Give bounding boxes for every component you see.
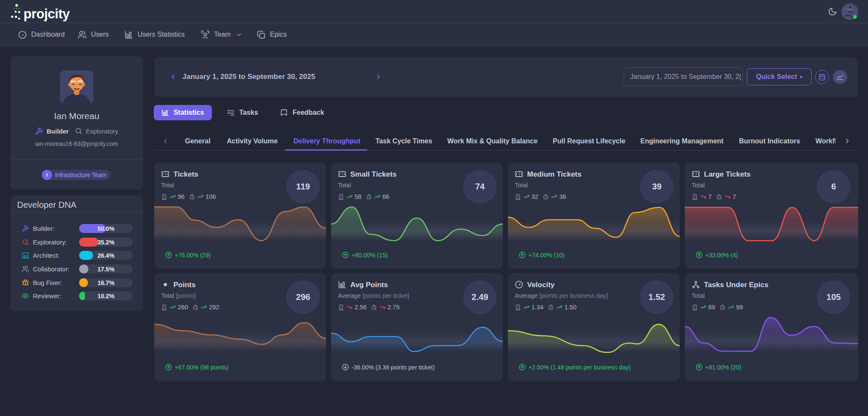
svg-text:projcity: projcity bbox=[23, 6, 70, 21]
